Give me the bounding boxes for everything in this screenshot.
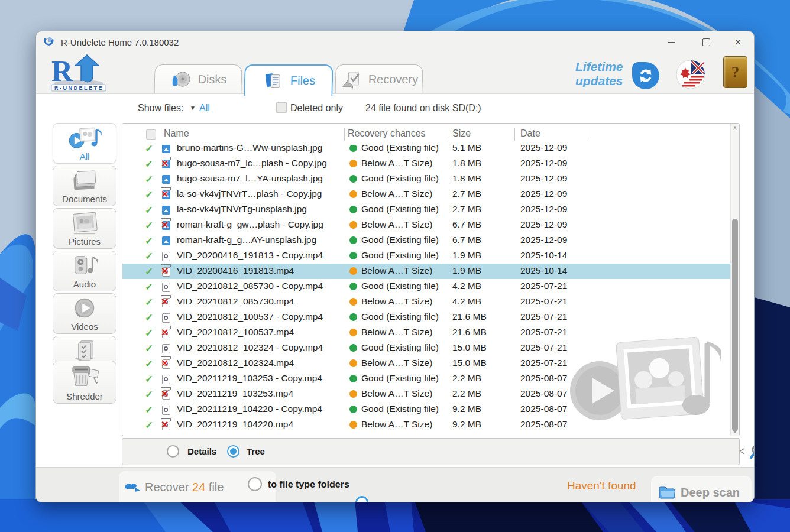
- details-radio[interactable]: [167, 445, 179, 458]
- file-name: VID_20200416_191813 - Copy.mp4: [177, 250, 323, 261]
- tab-files[interactable]: Files: [244, 64, 334, 96]
- row-checked-icon[interactable]: ✓: [145, 327, 153, 339]
- table-row[interactable]: ✓✕roman-kraft-g_gw…plash - Copy.jpgBelow…: [122, 218, 732, 233]
- sidebar-item-pictures[interactable]: Pictures: [53, 208, 116, 249]
- minimize-button[interactable]: [658, 31, 685, 53]
- row-checked-icon[interactable]: ✓: [145, 358, 153, 370]
- file-date: 2025-07-21: [520, 281, 567, 291]
- table-row[interactable]: ✓VID_20210812_102324 - Copy.mp4Good (Exi…: [122, 340, 732, 356]
- file-size: 2.2 MB: [452, 373, 481, 384]
- title-bar[interactable]: R-Undelete Home 7.0.180032 ✕: [36, 31, 754, 53]
- file-name: roman-kraft-g_gw…plash - Copy.jpg: [177, 219, 323, 230]
- table-row[interactable]: ✓roman-kraft-g_g…AY-unsplash.jpgGood (Ex…: [122, 233, 732, 248]
- table-row[interactable]: ✓VID_20210812_100537 - Copy.mp4Good (Exi…: [122, 310, 732, 325]
- file-name: hugo-sousa-m7_l…YA-unsplash.jpg: [177, 173, 323, 184]
- recovery-chance-label: Below A…T Size): [361, 219, 432, 230]
- row-checked-icon[interactable]: ✓: [145, 158, 153, 170]
- row-checked-icon[interactable]: ✓: [145, 250, 153, 262]
- file-size: 2.2 MB: [452, 388, 481, 399]
- table-row[interactable]: ✓VID_20211219_103253 - Copy.mp4Good (Exi…: [122, 371, 732, 387]
- row-checked-icon[interactable]: ✓: [145, 388, 153, 401]
- table-row[interactable]: ✓bruno-martins-G…Ww-unsplash.jpgGood (Ex…: [122, 145, 732, 156]
- column-recovery-chances[interactable]: Recovery chances: [348, 128, 426, 139]
- recovery-chance-label: Good (Existing file): [361, 312, 439, 322]
- row-checked-icon[interactable]: ✓: [145, 204, 153, 216]
- row-checked-icon[interactable]: ✓: [145, 173, 153, 186]
- table-row[interactable]: ✓✕VID_20211219_104220.mp4Below A…T Size)…: [122, 417, 732, 433]
- table-row[interactable]: ✓✕VID_20211219_103253.mp4Below A…T Size)…: [122, 387, 732, 402]
- collapse-search-icon[interactable]: <: [739, 445, 744, 458]
- row-checked-icon[interactable]: ✓: [145, 373, 153, 385]
- chevron-down-icon[interactable]: ▼: [190, 105, 196, 111]
- column-size[interactable]: Size: [452, 128, 471, 139]
- videos-icon: [67, 296, 102, 322]
- row-checked-icon[interactable]: ✓: [145, 296, 153, 309]
- clipped-radio[interactable]: [355, 496, 368, 502]
- table-row[interactable]: ✓la-so-vk4vjTNVrTg-unsplash.jpgGood (Exi…: [122, 202, 732, 218]
- row-checked-icon[interactable]: ✓: [145, 189, 153, 201]
- table-row[interactable]: ✓✕VID_20200416_191813.mp4Below A…T Size)…: [122, 264, 732, 279]
- file-size: 21.6 MB: [452, 312, 487, 322]
- file-size: 1.8 MB: [452, 158, 481, 168]
- column-date[interactable]: Date: [520, 128, 540, 139]
- column-name[interactable]: Name: [164, 128, 189, 139]
- tab-disks[interactable]: Disks: [154, 64, 242, 94]
- table-row[interactable]: ✓hugo-sousa-m7_l…YA-unsplash.jpgGood (Ex…: [122, 171, 732, 187]
- file-type-folders-radio[interactable]: [248, 477, 262, 491]
- recovery-chance-dot: [349, 252, 357, 259]
- table-row[interactable]: ✓✕VID_20210812_085730.mp4Below A…T Size)…: [122, 294, 732, 310]
- show-files-dropdown[interactable]: All: [199, 103, 210, 113]
- scrollbar-thumb[interactable]: [732, 219, 738, 432]
- files-icon: [262, 72, 285, 90]
- file-type-icon: [161, 251, 171, 261]
- tree-radio[interactable]: [227, 445, 239, 458]
- language-flags-icon[interactable]: [676, 60, 705, 89]
- update-icon[interactable]: [632, 62, 659, 89]
- table-row[interactable]: ✓VID_20211219_104220 - Copy.mp4Good (Exi…: [122, 402, 732, 417]
- tab-recovery[interactable]: Recovery: [335, 64, 423, 94]
- table-row[interactable]: ✓✕hugo-sousa-m7_lc…plash - Copy.jpgBelow…: [122, 156, 732, 171]
- table-row[interactable]: ✓✕VID_20210812_100537.mp4Below A…T Size)…: [122, 325, 732, 340]
- svg-text:R: R: [51, 54, 73, 87]
- select-all-checkbox[interactable]: [146, 129, 156, 140]
- sidebar-item-all[interactable]: All: [53, 123, 116, 164]
- recovery-chance-label: Below A…T Size): [361, 158, 432, 168]
- search-icon[interactable]: [748, 443, 755, 460]
- file-size: 4.2 MB: [452, 281, 481, 291]
- sidebar-item-documents[interactable]: Documents: [53, 166, 116, 206]
- close-button[interactable]: ✕: [724, 31, 752, 53]
- table-row[interactable]: ✓VID_20200416_191813 - Copy.mp4Good (Exi…: [122, 248, 732, 264]
- scroll-down-icon[interactable]: ∨: [731, 428, 739, 434]
- pictures-icon: [67, 210, 102, 236]
- recovery-icon: [339, 70, 362, 89]
- row-checked-icon[interactable]: ✓: [145, 312, 153, 324]
- row-checked-icon[interactable]: ✓: [145, 404, 153, 416]
- row-checked-icon[interactable]: ✓: [145, 219, 153, 232]
- row-checked-icon[interactable]: ✓: [145, 281, 153, 293]
- vertical-scrollbar[interactable]: ∧ ∨: [730, 124, 739, 436]
- row-checked-icon[interactable]: ✓: [145, 235, 153, 247]
- scroll-up-icon[interactable]: ∧: [731, 125, 739, 131]
- file-date: 2025-10-14: [520, 265, 567, 276]
- row-checked-icon[interactable]: ✓: [145, 145, 153, 155]
- app-logo-icon: [43, 36, 55, 48]
- file-type-icon: ✕: [161, 327, 171, 338]
- help-icon[interactable]: ?: [723, 56, 747, 88]
- recover-button[interactable]: Recover 24 file: [145, 481, 224, 494]
- deep-scan-button[interactable]: Deep scan: [651, 476, 752, 502]
- row-checked-icon[interactable]: ✓: [145, 342, 153, 355]
- table-row[interactable]: ✓VID_20210812_085730 - Copy.mp4Good (Exi…: [122, 279, 732, 294]
- file-type-icon: [161, 374, 171, 384]
- file-name: VID_20210812_100537 - Copy.mp4: [177, 312, 323, 322]
- file-type-icon: [161, 174, 171, 184]
- sidebar-item-videos[interactable]: Videos: [53, 293, 116, 334]
- sidebar-item-audio[interactable]: Audio: [53, 251, 116, 291]
- havent-found-link[interactable]: Haven't found: [567, 479, 636, 492]
- table-row[interactable]: ✓✕la-so-vk4vjTNVrT…plash - Copy.jpgBelow…: [122, 187, 732, 202]
- row-checked-icon[interactable]: ✓: [145, 419, 153, 432]
- table-row[interactable]: ✓✕VID_20210812_102324.mp4Below A…T Size)…: [122, 356, 732, 371]
- deleted-only-checkbox[interactable]: [276, 102, 287, 113]
- sidebar-item-shredder[interactable]: Shredder: [53, 361, 116, 404]
- maximize-button[interactable]: [692, 31, 720, 53]
- row-checked-icon[interactable]: ✓: [145, 265, 153, 278]
